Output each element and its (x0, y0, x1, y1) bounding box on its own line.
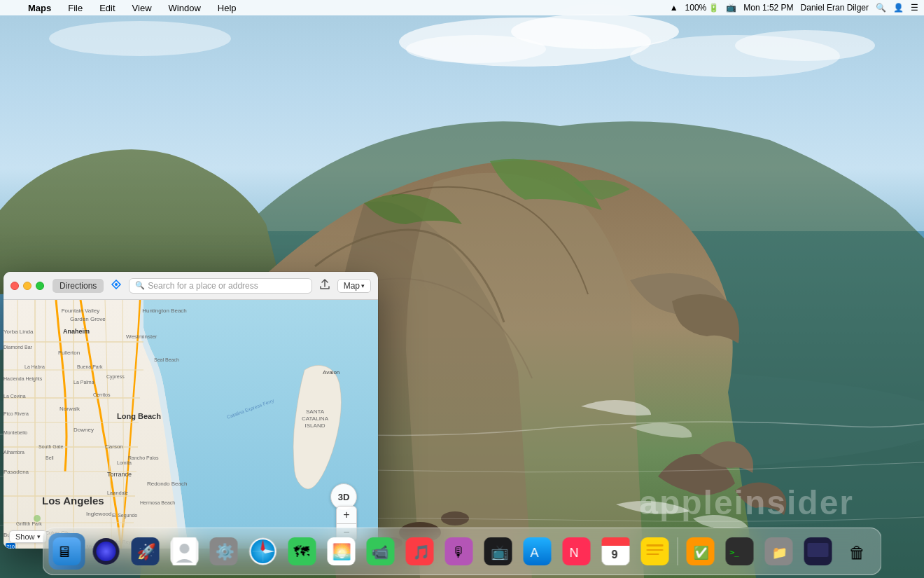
svg-text:N: N (570, 546, 579, 560)
dock: 🖥 🚀 ⚙️ 🗺 🌅 📹 🎵 🎙 📺 A N 9 (43, 528, 882, 575)
svg-text:South Gate: South Gate (38, 444, 64, 449)
map-type-selector[interactable]: Map ▾ (337, 279, 371, 293)
screen-icon: 📺 (726, 3, 736, 13)
app-name-menu[interactable]: Maps (25, 2, 54, 14)
svg-rect-115 (641, 537, 669, 565)
svg-text:Avalon: Avalon (323, 369, 340, 376)
edit-menu[interactable]: Edit (97, 2, 118, 14)
show-label: Show (15, 532, 35, 541)
svg-text:Westminster: Westminster (126, 333, 158, 340)
svg-rect-126 (808, 543, 829, 557)
dock-item-contacts[interactable] (167, 533, 203, 570)
wifi-indicator: ▲ (670, 3, 678, 13)
dock-item-music[interactable]: 🎵 (402, 533, 438, 570)
svg-text:CATALINA: CATALINA (302, 415, 329, 422)
battery-icon: 🔋 (708, 3, 719, 13)
svg-rect-117 (647, 549, 664, 551)
svg-text:📁: 📁 (772, 545, 788, 560)
dock-item-news[interactable]: N (559, 533, 595, 570)
notification-center[interactable]: ☰ (911, 3, 918, 13)
dock-item-reminders[interactable]: ✅ (682, 533, 719, 570)
dock-item-system-prefs[interactable]: ⚙️ (206, 533, 242, 570)
svg-text:⚙️: ⚙️ (216, 542, 235, 561)
svg-text:Anaheim: Anaheim (63, 328, 90, 335)
svg-text:Rancho Palos: Rancho Palos (128, 455, 159, 460)
zoom-in-button[interactable]: + (337, 507, 356, 523)
menubar-left: Maps File Edit View Window Help (6, 2, 670, 14)
dock-item-podcasts[interactable]: 🎙 (441, 533, 477, 570)
svg-point-13 (115, 283, 118, 286)
svg-text:9: 9 (612, 549, 618, 560)
traffic-lights (10, 282, 44, 290)
dock-item-finder[interactable]: 🖥 (49, 533, 85, 570)
dock-item-photos[interactable]: 🌅 (323, 533, 360, 570)
battery-status: 100% 🔋 (685, 3, 720, 13)
datetime: Mon 1:52 PM (743, 3, 793, 13)
dock-item-finder2[interactable]: 📁 (761, 533, 797, 570)
svg-rect-113 (602, 543, 630, 546)
minimize-button[interactable] (23, 282, 31, 290)
dock-item-facetime[interactable]: 📹 (363, 533, 399, 570)
svg-text:📹: 📹 (372, 544, 389, 560)
svg-text:Cypress: Cypress (106, 374, 125, 380)
maps-window: Directions 🔍 Search for a place or addre… (4, 272, 378, 549)
svg-text:Pico Rivera: Pico Rivera (4, 411, 29, 416)
svg-text:Pasadena: Pasadena (4, 469, 29, 475)
share-button[interactable] (318, 277, 332, 294)
close-button[interactable] (10, 282, 19, 290)
view-menu[interactable]: View (130, 2, 155, 14)
menubar-right: ▲ 100% 🔋 📺 Mon 1:52 PM Daniel Eran Dilge… (670, 3, 918, 13)
svg-text:Torrance: Torrance (107, 471, 132, 478)
search-menubar[interactable]: 🔍 (876, 3, 886, 13)
dock-item-maps[interactable]: 🗺 (284, 533, 321, 570)
dock-item-terminal[interactable]: >_ (722, 533, 758, 570)
svg-text:Bell: Bell (46, 455, 54, 460)
window-menu[interactable]: Window (166, 2, 204, 14)
help-menu[interactable]: Help (215, 2, 239, 14)
directions-button[interactable]: Directions (52, 279, 104, 293)
map-content: Fountain Valley Huntington Beach Anaheim… (4, 300, 378, 549)
svg-point-3 (406, 35, 546, 63)
svg-text:Montebello: Montebello (4, 430, 27, 435)
map-type-label: Map (344, 281, 360, 291)
username: Daniel Eran Dilger (801, 3, 869, 13)
map-canvas[interactable]: Fountain Valley Huntington Beach Anaheim… (4, 300, 378, 549)
dock-item-launchpad[interactable]: 🚀 (127, 533, 164, 570)
search-placeholder: Search for a place or address (148, 281, 258, 291)
svg-text:Downey: Downey (74, 427, 94, 433)
dock-item-safari[interactable] (245, 533, 281, 570)
svg-text:Hermosa Beach: Hermosa Beach (140, 500, 175, 505)
svg-text:Seal Beach: Seal Beach (154, 357, 179, 362)
svg-text:Lawndale: Lawndale (107, 490, 128, 495)
user-avatar[interactable]: 👤 (893, 3, 904, 13)
dock-item-trash[interactable]: 🗑 (839, 533, 876, 570)
svg-text:🌅: 🌅 (332, 542, 352, 561)
current-location-button[interactable] (109, 277, 123, 294)
show-button[interactable]: Show ▾ (9, 530, 47, 543)
file-menu[interactable]: File (65, 2, 85, 14)
svg-text:Buena Park: Buena Park (77, 364, 103, 369)
dock-item-siri[interactable] (88, 533, 125, 570)
svg-text:Fountain Valley: Fountain Valley (62, 308, 100, 314)
svg-rect-118 (647, 553, 659, 555)
svg-text:Fullerton: Fullerton (58, 350, 80, 356)
dock-separator (678, 537, 678, 565)
dock-item-screen-saver[interactable] (800, 533, 836, 570)
apple-menu[interactable] (6, 7, 11, 8)
dock-item-tv[interactable]: 📺 (480, 533, 517, 570)
svg-text:ISLAND: ISLAND (305, 422, 326, 429)
dock-item-calendar[interactable]: 9 (598, 533, 634, 570)
svg-text:🎵: 🎵 (413, 544, 430, 560)
dock-item-notes[interactable] (637, 533, 673, 570)
svg-text:Lomita: Lomita (117, 460, 132, 465)
svg-point-88 (180, 544, 190, 553)
search-field[interactable]: 🔍 Search for a place or address (129, 278, 312, 294)
zoom-window-button[interactable] (36, 282, 44, 290)
svg-text:Norwalk: Norwalk (59, 406, 80, 412)
menubar: Maps File Edit View Window Help ▲ 100% 🔋… (0, 0, 924, 15)
dock-item-appstore[interactable]: A (519, 533, 556, 570)
svg-text:🚀: 🚀 (137, 542, 157, 561)
svg-text:SANTA: SANTA (306, 408, 325, 415)
svg-text:Long Beach: Long Beach (117, 412, 161, 420)
svg-text:Yorba Linda: Yorba Linda (4, 329, 34, 335)
